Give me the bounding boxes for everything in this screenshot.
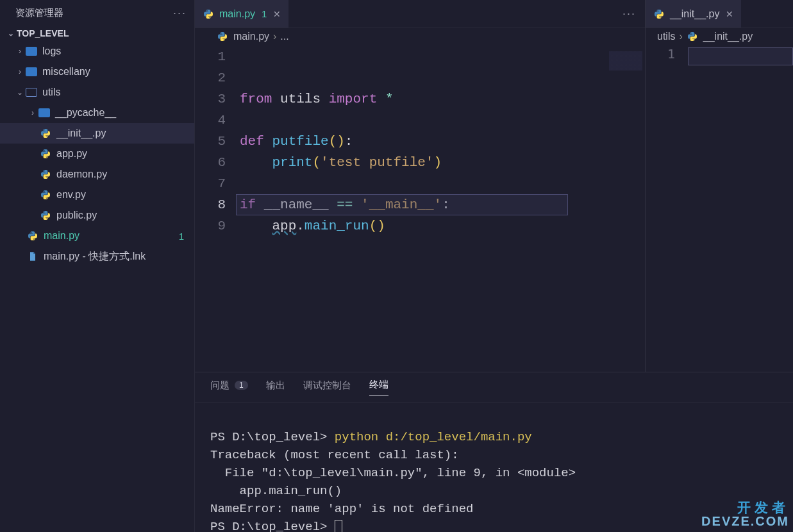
root-label: TOP_LEVEL	[17, 28, 69, 38]
explorer-more-icon[interactable]: ···	[173, 6, 187, 20]
file-label: daemon.py	[56, 169, 107, 180]
tab-label: __init__.py	[670, 8, 719, 20]
minimap[interactable]	[606, 46, 645, 372]
folder-icon	[26, 67, 37, 76]
folder-miscellany[interactable]: › miscellany	[0, 62, 194, 82]
code-editor[interactable]: 12 34 56 78 9 from utils import * def pu…	[195, 46, 645, 372]
chevron-right-icon: ›	[14, 67, 26, 76]
python-icon	[40, 128, 51, 139]
python-icon	[40, 148, 51, 160]
folder-icon	[38, 108, 50, 117]
terminal-line: Traceback (most recent call last):	[210, 448, 459, 462]
breadcrumb-folder: utils	[657, 31, 675, 42]
code-content: from utils import * def putfile(): print…	[240, 46, 606, 372]
tab-label: main.py	[219, 8, 255, 20]
breadcrumb-file: __init__.py	[703, 31, 753, 42]
editor-area: main.py 1 ✕ ··· main.py › ... 12 34 56 7…	[195, 0, 793, 532]
file-label: env.py	[56, 189, 86, 201]
terminal-line: app.main_run()	[210, 484, 342, 498]
panel-tab-terminal[interactable]: 终端	[369, 379, 388, 395]
problem-count-badge: 1	[179, 231, 184, 242]
folder-logs[interactable]: › logs	[0, 41, 194, 62]
python-icon	[40, 210, 51, 221]
line-number: 1	[649, 46, 688, 65]
explorer-header: 资源管理器 ···	[0, 0, 194, 26]
chevron-right-icon: ›	[14, 47, 26, 56]
chevron-down-icon: ⌄	[14, 88, 26, 97]
terminal-line: NameError: name 'app' is not defined	[210, 502, 473, 516]
panel-tabs: 问题 1 输出 调试控制台 终端	[195, 372, 793, 403]
panel-tab-debug[interactable]: 调试控制台	[303, 379, 351, 395]
file-public-py[interactable]: public.py	[0, 205, 194, 226]
file-daemon-py[interactable]: daemon.py	[0, 164, 194, 185]
chevron-right-icon: ›	[273, 31, 276, 42]
file-label: public.py	[56, 210, 97, 221]
file-label: __init__.py	[56, 128, 106, 139]
file-label: utils	[42, 87, 60, 98]
breadcrumb-side[interactable]: utils › __init__.py	[646, 28, 793, 46]
explorer-title: 资源管理器	[15, 7, 63, 19]
cursor-icon	[335, 520, 342, 532]
chevron-right-icon: ›	[679, 31, 682, 42]
close-icon[interactable]: ✕	[273, 9, 281, 19]
python-icon	[40, 169, 51, 180]
folder-open-icon	[26, 88, 37, 97]
terminal-prompt: PS D:\top_level>	[210, 430, 335, 444]
python-icon	[40, 189, 51, 201]
python-icon	[203, 8, 214, 20]
panel-tab-output[interactable]: 输出	[266, 379, 285, 395]
document-icon	[27, 251, 38, 262]
chevron-right-icon: ›	[27, 108, 38, 117]
python-icon	[217, 31, 228, 42]
editor-group: main.py 1 ✕ ··· main.py › ... 12 34 56 7…	[195, 0, 793, 372]
editor-side: __init__.py ✕ utils › __init__.py 1	[646, 0, 793, 372]
python-icon	[653, 8, 665, 20]
explorer-sidebar: 资源管理器 ··· ⌄ TOP_LEVEL › logs › miscellan…	[0, 0, 195, 532]
terminal-prompt: PS D:\top_level>	[210, 520, 335, 532]
cursor-line	[688, 47, 793, 65]
tab-problem-count: 1	[262, 8, 267, 19]
file-label: app.py	[56, 148, 87, 160]
watermark-row1: 开发者	[701, 501, 789, 515]
file-main-py[interactable]: main.py 1	[0, 226, 194, 246]
file-label: main.py - 快捷方式.lnk	[44, 250, 146, 263]
tree-root[interactable]: ⌄ TOP_LEVEL	[0, 26, 194, 41]
tab-main-py[interactable]: main.py 1 ✕	[195, 0, 289, 28]
panel-tab-problems[interactable]: 问题 1	[210, 379, 248, 395]
problems-count-badge: 1	[235, 381, 248, 390]
folder-utils[interactable]: ⌄ utils	[0, 82, 194, 103]
tab-init-py[interactable]: __init__.py ✕	[646, 0, 742, 28]
line-gutter: 12 34 56 78 9	[195, 46, 240, 372]
file-app-py[interactable]: app.py	[0, 144, 194, 164]
chevron-down-icon: ⌄	[5, 29, 17, 38]
file-label: miscellany	[42, 66, 90, 78]
watermark-row2: DEVZE.COM	[701, 515, 789, 528]
terminal-cmd: python d:/top_level/main.py	[335, 430, 532, 444]
watermark: 开发者 DEVZE.COM	[701, 501, 789, 528]
folder-icon	[26, 47, 37, 56]
file-tree: ⌄ TOP_LEVEL › logs › miscellany ⌄ utils …	[0, 26, 194, 532]
file-label: logs	[42, 46, 61, 57]
tab-bar: main.py 1 ✕ ···	[195, 0, 645, 28]
folder-pycache[interactable]: › __pycache__	[0, 103, 194, 123]
terminal-line: File "d:\top_level\main.py", line 9, in …	[210, 466, 576, 480]
code-editor-side[interactable]: 1	[646, 46, 793, 65]
python-icon	[687, 31, 698, 42]
breadcrumb-rest: ...	[280, 31, 288, 42]
editor-main: main.py 1 ✕ ··· main.py › ... 12 34 56 7…	[195, 0, 646, 372]
file-env-py[interactable]: env.py	[0, 185, 194, 205]
editor-more-icon[interactable]: ···	[614, 0, 645, 28]
breadcrumb-file: main.py	[233, 31, 269, 42]
tab-bar-side: __init__.py ✕	[646, 0, 793, 28]
file-label: main.py	[44, 230, 79, 242]
breadcrumb[interactable]: main.py › ...	[195, 28, 645, 46]
file-main-lnk[interactable]: main.py - 快捷方式.lnk	[0, 246, 194, 267]
file-label: __pycache__	[55, 107, 116, 119]
close-icon[interactable]: ✕	[726, 9, 733, 19]
file-init-py[interactable]: __init__.py	[0, 123, 194, 144]
python-icon	[27, 230, 38, 242]
